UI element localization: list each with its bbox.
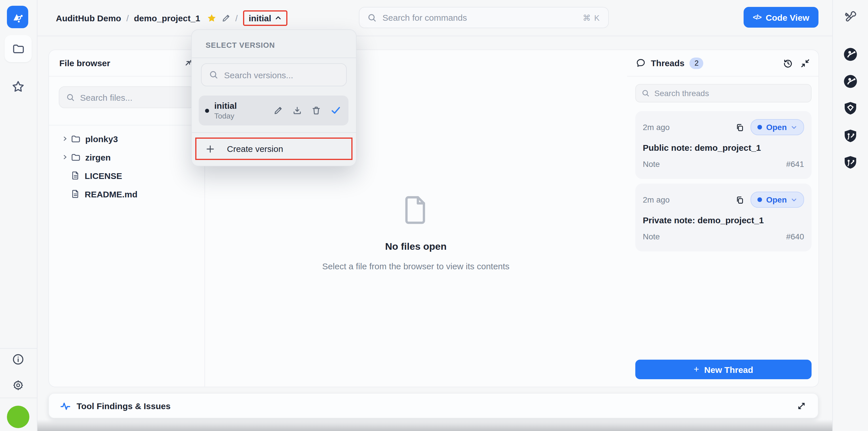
code-view-button[interactable]: </> Code View (744, 7, 818, 28)
divider (192, 132, 356, 133)
content-card: File browser Search files... plonky3 (49, 49, 819, 387)
empty-state: No files open Select a file from the bro… (205, 194, 627, 271)
app-root: AuditHub Demo / demo_project_1 / initial… (0, 0, 868, 431)
version-row-selected[interactable]: initial Today (199, 96, 348, 126)
activity-pulse-icon (60, 401, 70, 410)
thread-card[interactable]: 2m ago Open Public note: demo_project_1 … (635, 111, 811, 179)
threads-title: Threads (651, 58, 685, 68)
expand-panel-icon[interactable] (184, 59, 192, 67)
sidebar-item-favorites[interactable] (11, 80, 25, 93)
selected-check-icon (331, 105, 341, 115)
version-label: initial (249, 13, 271, 23)
chevron-up-icon (275, 14, 282, 21)
user-avatar[interactable] (7, 406, 29, 428)
sidebar-item-files[interactable] (5, 35, 32, 62)
tree-item-file[interactable]: LICENSE (49, 166, 205, 185)
version-search-placeholder: Search versions... (224, 70, 293, 80)
threads-count-badge: 2 (690, 57, 704, 69)
sidebar-divider (0, 398, 37, 398)
thread-status-label: Open (766, 123, 787, 132)
command-search-placeholder: Search for commands (382, 13, 583, 23)
folder-icon (71, 134, 81, 143)
chevron-right-icon[interactable] (62, 154, 68, 160)
tree-item-folder[interactable]: zirgen (49, 148, 205, 166)
file-tree: plonky3 zirgen LICENSE README.md (49, 130, 205, 203)
thread-card[interactable]: 2m ago Open Private note: demo_project_1… (635, 184, 811, 252)
dropdown-title: SELECT VERSION (206, 41, 356, 49)
new-thread-button[interactable]: + New Thread (635, 360, 811, 379)
trash-icon[interactable] (312, 106, 321, 115)
search-icon (209, 70, 218, 79)
chevron-right-icon[interactable] (62, 136, 68, 141)
thread-type: Note (643, 159, 786, 169)
bottom-shadow (0, 420, 868, 431)
tools-button[interactable] (843, 10, 858, 25)
file-browser-header: File browser (49, 50, 205, 76)
file-icon (71, 171, 80, 180)
download-icon[interactable] (292, 106, 302, 115)
sidebar-item-info[interactable] (12, 353, 24, 365)
thread-status-label: Open (766, 195, 787, 204)
threads-panel: Threads 2 Search threads (627, 50, 819, 387)
file-browser-title: File browser (59, 58, 184, 68)
collapse-panel-icon[interactable] (801, 58, 810, 68)
right-tool-rail (832, 0, 868, 431)
expand-diagonal-icon[interactable] (797, 401, 806, 410)
tool-logo-icon-1[interactable] (843, 47, 858, 62)
app-logo[interactable] (7, 6, 28, 28)
file-search-input[interactable]: Search files... (59, 86, 195, 108)
version-search-input[interactable]: Search versions... (201, 63, 347, 86)
tree-item-label: zirgen (85, 152, 111, 162)
speech-bubble-icon (636, 58, 646, 68)
tree-item-label: README.md (85, 189, 137, 199)
thread-status-dropdown[interactable]: Open (750, 192, 804, 208)
edit-pencil-icon[interactable] (274, 106, 283, 115)
current-version-dot (205, 108, 209, 112)
threads-header: Threads 2 (627, 50, 819, 76)
threads-search-placeholder: Search threads (654, 89, 709, 98)
wrench-screwdriver-icon (843, 10, 858, 25)
tool-logo-icon-4[interactable] (843, 129, 858, 143)
star-icon (11, 80, 25, 93)
command-search-input[interactable]: Search for commands ⌘ K (359, 7, 609, 28)
favorite-star-icon[interactable] (207, 13, 216, 23)
status-dot (757, 125, 762, 130)
keyboard-shortcut: ⌘ K (583, 13, 600, 22)
left-sidebar (0, 0, 37, 431)
version-selector-chip[interactable]: initial (243, 10, 287, 26)
file-browser-panel: File browser Search files... plonky3 (49, 50, 205, 387)
thread-status-dropdown[interactable]: Open (750, 119, 804, 135)
rename-pencil-icon[interactable] (221, 13, 230, 22)
tool-logo-icon-2[interactable] (843, 74, 858, 89)
version-dropdown-menu: SELECT VERSION Search versions... initia… (191, 29, 356, 166)
create-version-button[interactable]: Create version (195, 137, 352, 160)
tree-item-file[interactable]: README.md (49, 185, 205, 203)
thread-time: 2m ago (643, 123, 736, 132)
plus-icon: + (694, 364, 699, 375)
search-icon (368, 13, 377, 22)
history-icon[interactable] (783, 58, 793, 68)
tool-findings-bar[interactable]: Tool Findings & Issues (49, 393, 818, 418)
plus-icon (206, 144, 215, 153)
breadcrumb-separator: / (126, 13, 129, 23)
code-icon: </> (753, 13, 761, 21)
top-header: AuditHub Demo / demo_project_1 / initial… (37, 0, 833, 36)
tree-item-folder[interactable]: plonky3 (49, 130, 205, 148)
gear-icon (12, 379, 24, 391)
chevron-down-icon (791, 197, 797, 203)
version-name: initial (214, 101, 274, 110)
breadcrumb-project[interactable]: demo_project_1 (134, 13, 200, 23)
thread-id: #641 (786, 159, 804, 169)
chevron-down-icon (791, 124, 797, 130)
breadcrumb-app[interactable]: AuditHub Demo (56, 13, 121, 23)
copy-icon[interactable] (736, 123, 744, 131)
sidebar-item-settings[interactable] (12, 379, 24, 391)
breadcrumb-separator: / (235, 13, 238, 23)
empty-state-subtitle: Select a file from the browser to view i… (322, 261, 509, 271)
tool-logo-icon-3[interactable] (843, 101, 858, 115)
tool-findings-title: Tool Findings & Issues (76, 401, 797, 410)
thread-type: Note (643, 232, 786, 241)
tool-logo-icon-5[interactable] (843, 155, 858, 170)
threads-search-input[interactable]: Search threads (635, 84, 811, 102)
copy-icon[interactable] (736, 195, 744, 204)
